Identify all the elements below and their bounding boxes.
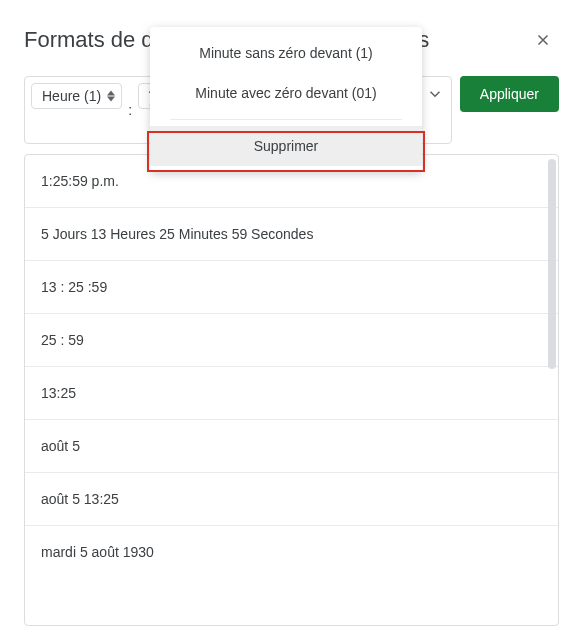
list-item[interactable]: 13:25 [25, 366, 558, 419]
list-item[interactable]: 5 Jours 13 Heures 25 Minutes 59 Secondes [25, 207, 558, 260]
list-item[interactable]: 25 : 59 [25, 313, 558, 366]
list-item[interactable]: août 5 13:25 [25, 472, 558, 525]
chip-hour[interactable]: Heure (1) [31, 83, 122, 109]
chip-stepper-icon [107, 90, 115, 102]
list-item[interactable]: août 5 [25, 419, 558, 472]
list-item[interactable]: mardi 5 août 1930 [25, 525, 558, 578]
add-token-dropdown[interactable] [421, 76, 449, 112]
menu-option-delete[interactable]: Supprimer [150, 126, 422, 166]
menu-option-minute-zero[interactable]: Minute avec zéro devant (01) [150, 73, 422, 113]
format-list: 1:25:59 p.m. 5 Jours 13 Heures 25 Minute… [24, 154, 559, 626]
chip-context-menu: Minute sans zéro devant (1) Minute avec … [150, 27, 422, 172]
list-item[interactable]: 13 : 25 :59 [25, 260, 558, 313]
chip-separator: : [126, 98, 134, 122]
close-button[interactable] [527, 24, 559, 56]
format-list-scroll[interactable]: 1:25:59 p.m. 5 Jours 13 Heures 25 Minute… [25, 155, 558, 625]
close-icon [534, 31, 552, 49]
menu-option-minute-no-zero[interactable]: Minute sans zéro devant (1) [150, 33, 422, 73]
chip-hour-label: Heure (1) [42, 88, 101, 104]
menu-separator [170, 119, 402, 120]
chevron-down-icon [426, 85, 444, 103]
scrollbar-thumb[interactable] [548, 159, 556, 369]
apply-button[interactable]: Appliquer [460, 76, 559, 112]
